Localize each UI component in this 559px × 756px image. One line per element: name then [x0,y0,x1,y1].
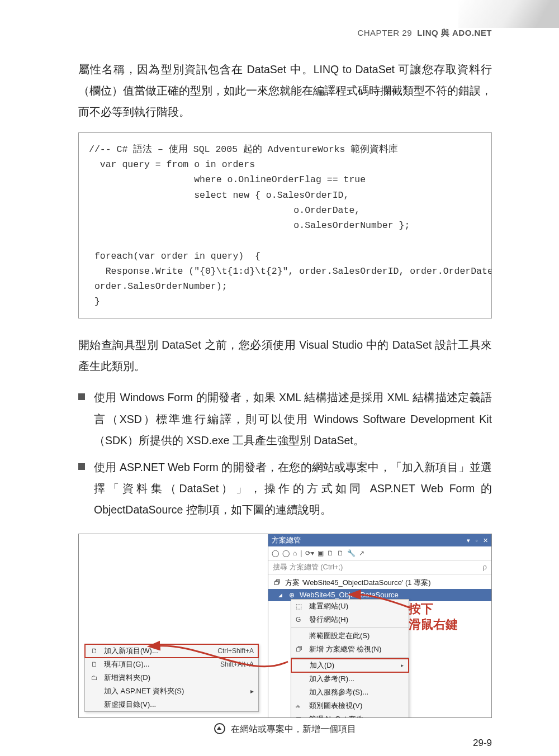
ctx-new-virtual-dir-label: 新虛擬目錄(V)... [104,700,156,710]
figure-caption-text: 在網站或專案中，新增一個項目 [231,724,356,734]
bullet-1: 使用 Windows Form 的開發者，如果 XML 結構描述是採用 XML … [78,387,492,450]
ctx-new-folder-label: 新增資料夾(D) [104,673,150,683]
page-number: 29-9 [473,738,492,749]
ctx-add-new-item-shortcut: Ctrl+Shift+A [217,647,254,655]
ctx-aspnet-folder[interactable]: 加入 ASP.NET 資料夾(S) ▸ [85,684,258,698]
copy-icon[interactable]: 🗋 [327,549,334,557]
submenu-build-label: 建置網站(U) [309,601,348,611]
newview-icon: 🗇 [296,645,305,653]
close-icon[interactable]: ✕ [483,537,488,544]
chapter-number: CHAPTER 29 [357,28,412,37]
figure-screenshot: 方案總管 ▾ ▫ ✕ ◯ ◯ ⌂ | ⟳▾ ▣ 🗋 🗋 🔧 ↗ 搜 [78,534,492,718]
build-icon: ⬚ [296,602,305,610]
solution-explorer-panel: 方案總管 ▾ ▫ ✕ ◯ ◯ ⌂ | ⟳▾ ▣ 🗋 🗋 🔧 ↗ 搜 [268,534,491,717]
page-corner-gradient [458,0,559,28]
submenu-add[interactable]: 加入(D) ▸ [291,658,409,673]
chapter-title: LINQ 與 ADO.NET [417,28,492,37]
ctx-new-folder[interactable]: 🗀 新增資料夾(D) [85,671,258,684]
figure-caption: 在網站或專案中，新增一個項目 [78,724,492,735]
folder-icon: 🗀 [89,674,100,682]
home-icon[interactable]: ⌂ [293,549,297,557]
sync-icon[interactable]: ⟳▾ [305,549,314,557]
diagram-icon: ஃ [296,702,305,710]
solution-node[interactable]: 🗇 方案 'WebSite45_ObjectDataSource' (1 專案) [268,577,491,589]
pin-icon[interactable]: ▫ [475,537,477,544]
properties-icon[interactable]: 🗋 [337,549,344,557]
wrench-icon[interactable]: 🔧 [347,549,356,557]
nav-back-icon[interactable]: ◯ [272,549,279,557]
submenu-scope[interactable]: 將範圍設定在此(S) [291,629,409,643]
add-context-menu: 🗋 加入新項目(W)... Ctrl+Shift+A 🗋 現有項目(G)... … [84,644,259,712]
submenu-addref[interactable]: 加入參考(R)... [291,672,409,686]
ctx-existing-item[interactable]: 🗋 現有項目(G)... Shift+Alt+A [85,658,258,671]
submenu-classdiagram[interactable]: ஃ 類別圖表檢視(V) [291,699,409,712]
dropdown-icon[interactable]: ▾ [467,537,470,544]
bullet-list: 使用 Windows Form 的開發者，如果 XML 結構描述是採用 XML … [78,387,492,520]
ctx-new-virtual-dir[interactable]: 新虛擬目錄(V)... [85,698,258,711]
refresh-icon[interactable]: | [300,549,302,557]
submenu-addsvc[interactable]: 加入服務參考(S)... [291,686,409,699]
submenu-nuget-label: 管理 NuGet 套件... [309,714,369,718]
submenu-separator-1 [291,627,409,628]
new-item-icon: 🗋 [89,647,100,655]
solution-explorer-search[interactable]: 搜尋 方案總管 (Ctrl+;) ρ [268,560,491,574]
submenu-separator-2 [291,657,409,658]
ctx-aspnet-folder-arrow: ▸ [250,687,254,695]
submenu-publish[interactable]: G 發行網站(H) [291,613,409,626]
search-placeholder: 搜尋 方案總管 (Ctrl+;) [273,562,343,572]
caption-up-icon [214,723,225,734]
solution-explorer-title: 方案總管 [272,534,301,546]
solution-explorer-toolbar: ◯ ◯ ⌂ | ⟳▾ ▣ 🗋 🗋 🔧 ↗ [268,546,491,560]
submenu-publish-label: 發行網站(H) [309,615,348,625]
tree-expand-icon[interactable]: ◢ [278,592,284,598]
ctx-add-new-item-label: 加入新項目(W)... [104,646,158,656]
submenu-scope-label: 將範圍設定在此(S) [309,631,369,641]
submenu-addref-label: 加入參考(R)... [309,674,354,684]
ctx-aspnet-folder-label: 加入 ASP.NET 資料夾(S) [104,686,184,696]
chapter-header: CHAPTER 29 LINQ 與 ADO.NET [78,28,492,39]
submenu-arrow-icon: ▸ [401,662,404,668]
annotation-line1: 按下 [409,602,433,616]
nav-forward-icon[interactable]: ◯ [282,549,290,557]
search-icon[interactable]: ρ [483,563,487,571]
submenu-classdiagram-label: 類別圖表檢視(V) [309,701,362,711]
paragraph-1: 屬性名稱，因為型別資訊包含在 DataSet 中。LINQ to DataSet… [78,59,492,122]
annotation-rightclick: 按下 滑鼠右鍵 [409,601,458,633]
submenu-add-label: 加入(D) [310,660,334,671]
submenu-addsvc-label: 加入服務參考(S)... [309,687,368,697]
ctx-existing-item-label: 現有項目(G)... [104,659,150,669]
submenu-build[interactable]: ⬚ 建置網站(U) [291,600,409,613]
globe-icon: ⊕ [287,591,296,599]
solution-icon: 🗇 [273,579,282,587]
publish-icon: G [296,616,305,624]
context-submenu: ⬚ 建置網站(U) G 發行網站(H) 將範圍設定在此(S) 🗇 新增 方案總管… [291,599,409,718]
solution-explorer-titlebar: 方案總管 ▾ ▫ ✕ [268,534,491,546]
submenu-newview-label: 新增 方案總管 檢視(N) [309,644,381,654]
ctx-existing-item-shortcut: Shift+Alt+A [220,660,254,668]
solution-node-label: 方案 'WebSite45_ObjectDataSource' (1 專案) [285,578,431,588]
show-all-icon[interactable]: ▣ [318,549,324,557]
project-node-label: WebSite45_ObjectDataSource [300,591,399,599]
annotation-line2: 滑鼠右鍵 [409,617,458,631]
code-listing: //-- C# 語法 – 使用 SQL 2005 起的 AdventureWor… [78,132,492,318]
existing-item-icon: 🗋 [89,660,100,668]
submenu-newview[interactable]: 🗇 新增 方案總管 檢視(N) [291,643,409,656]
submenu-nuget[interactable]: ⊞ 管理 NuGet 套件... [291,712,409,718]
nuget-icon: ⊞ [296,715,305,718]
expand-icon[interactable]: ↗ [359,549,364,557]
paragraph-2: 開始查詢具型別 DataSet 之前，您必須使用 Visual Studio 中… [78,334,492,377]
ctx-add-new-item[interactable]: 🗋 加入新項目(W)... Ctrl+Shift+A [85,644,258,658]
bullet-2: 使用 ASP.NET Web Form 的開發者，在您的網站或專案中，「加入新項… [78,457,492,520]
